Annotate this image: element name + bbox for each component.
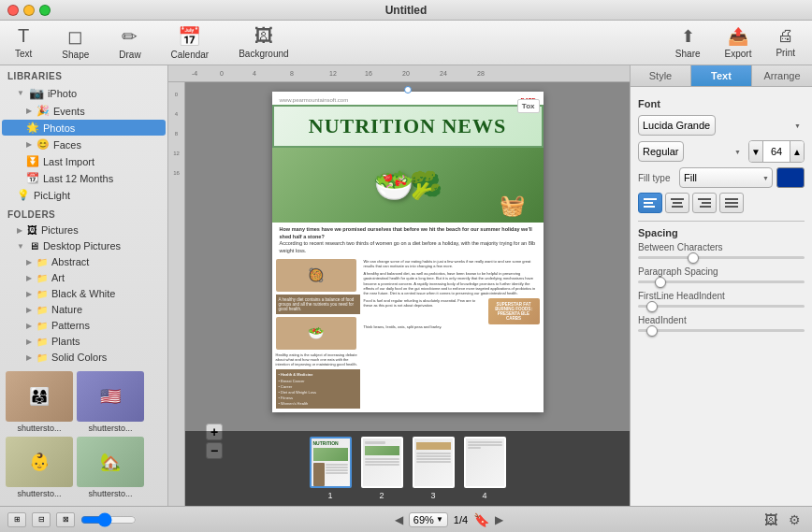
maximize-button[interactable] [39,5,51,16]
between-chars-thumb[interactable] [688,252,699,264]
firstline-headindent-slider[interactable] [638,305,805,308]
page-thumb-1[interactable]: NUTRITION [310,437,352,500]
paragraph-spacing-slider[interactable] [638,280,805,283]
background-label: Background [239,49,288,59]
photos-icon[interactable]: 🖼 [761,510,780,529]
shape-tool[interactable]: ◻ Shape [56,22,94,64]
between-chars-label: Between Characters [638,242,805,252]
fill-type-select[interactable]: Fill None [679,167,773,188]
text-tool[interactable]: T Text [9,22,37,64]
view-list-button[interactable]: ⊞ [7,512,26,527]
svg-rect-0 [644,198,657,200]
thumbnail-2[interactable]: 🇺🇸 shuttersto... [77,371,144,433]
fill-type-label: Fill type [638,173,675,183]
sidebar-item-abstract[interactable]: ▶ 📁 Abstract [2,254,166,269]
page-mini-doc-1: NUTRITION [312,439,350,486]
background-icon: 🖼 [254,25,273,47]
canvas-paper-area[interactable]: + − Tox www.pearmountainsoft.com DATE [185,82,630,506]
sidebar-item-label: PicLight [34,190,70,201]
divider [638,221,805,222]
sidebar-item-label: Faces [53,139,81,151]
between-chars-slider[interactable] [638,256,805,259]
status-left: ⊞ ⊟ ⊠ [7,512,137,527]
sidebar-item-solid-colors[interactable]: ▶ 📁 Solid Colors [2,350,166,365]
spacing-section: Spacing Between Characters Paragraph Spa… [638,227,805,332]
font-size-stepper[interactable]: ▼ ▲ [748,140,805,163]
sidebar-item-art[interactable]: ▶ 📁 Art [2,270,166,285]
sidebar-item-label: Solid Colors [51,352,107,363]
page-thumb-3[interactable]: 3 [413,437,455,500]
close-button[interactable] [7,5,19,16]
headindent-thumb[interactable] [646,325,658,337]
next-page-button[interactable]: ▶ [495,513,503,526]
doc-list-header: • Health & Medicine • Breast Cancer • Ca… [276,369,360,409]
view-grid-button[interactable]: ⊟ [32,512,51,527]
sidebar-item-desktop-pictures[interactable]: ▼ 🖥 Desktop Pictures [2,238,166,253]
paragraph-spacing-thumb[interactable] [655,277,666,288]
thumbnail-4[interactable]: 🏡 shuttersto... [77,437,144,498]
sidebar-item-label: Pictures [41,224,79,236]
doc-title-box: NUTRITION NEWS [272,105,544,148]
page-thumb-4[interactable]: 4 [464,437,506,500]
share-button[interactable]: ⬆ Share [668,22,708,63]
sidebar-item-iphoto[interactable]: ▼ 📷 iPhoto [2,84,166,102]
headindent-slider[interactable] [638,329,805,332]
draw-tool[interactable]: ✏ Draw [113,22,146,64]
page-mini-doc-4 [466,439,504,486]
font-size-input[interactable] [762,141,790,162]
align-right-button[interactable] [692,193,717,213]
svg-rect-6 [698,198,711,200]
minimize-button[interactable] [23,5,35,16]
triangle-icon: ▶ [26,306,32,314]
align-center-button[interactable] [665,193,689,213]
export-button[interactable]: 📤 Export [718,22,760,63]
doc-header: www.pearmountainsoft.com DATE [272,92,544,105]
sidebar-item-faces[interactable]: ▶ 😊 Faces [2,137,166,152]
calendar-tool[interactable]: 📅 Calendar [166,22,215,64]
sidebar-item-last-12-months[interactable]: 📆 Last 12 Months [2,170,166,186]
sidebar-item-piclight[interactable]: 💡 PicLight [2,187,166,203]
bookmark-icon[interactable]: 🔖 [473,512,489,527]
settings-icon[interactable]: ⚙ [786,510,805,529]
font-size-increment[interactable]: ▲ [790,141,804,162]
sidebar-item-black-white[interactable]: ▶ 📁 Black & White [2,286,166,301]
align-justify-button[interactable] [719,193,744,213]
tab-style[interactable]: Style [631,65,691,86]
zoom-display[interactable]: 69% ▼ [409,512,448,527]
page-mini-doc-3 [414,439,453,486]
firstline-headindent-label: FirstLine HeadIndent [638,291,805,301]
triangle-icon: ▶ [26,258,32,266]
doc-lower-text: Food is fuel and regular refueling is ab… [364,298,485,310]
page-total: 4 [462,514,468,525]
doc-body-text1: We can change some of our eating habits … [364,259,540,268]
page-thumb-2[interactable]: 2 [361,437,403,500]
prev-page-button[interactable]: ◀ [395,513,403,526]
view-detail-button[interactable]: ⊠ [56,512,75,527]
tab-text[interactable]: Text [691,65,752,86]
canvas-area: -4 0 4 8 12 16 20 24 28 0 4 8 12 16 + [168,65,630,506]
firstline-headindent-thumb[interactable] [646,301,658,312]
sidebar-item-patterns[interactable]: ▶ 📁 Patterns [2,318,166,333]
fill-color-swatch[interactable] [776,167,805,188]
sidebar-item-pictures[interactable]: ▶ 🖼 Pictures [2,223,166,237]
doc-food-image2: 🥗 [276,317,356,350]
svg-rect-7 [702,202,711,204]
font-size-decrement[interactable]: ▼ [749,141,762,162]
sidebar-item-photos[interactable]: 🌟 Photos [2,120,166,136]
sidebar-item-last-import[interactable]: ⏬ Last Import [2,153,166,169]
triangle-icon: ▶ [26,140,32,149]
tab-arrange[interactable]: Arrange [752,65,812,86]
status-right: 🖼 ⚙ [761,510,805,529]
align-left-button[interactable] [638,193,662,213]
size-slider[interactable] [80,513,137,526]
print-button[interactable]: 🖨 Print [768,22,803,63]
sidebar-item-events[interactable]: ▶ 🎉 Events [2,103,166,119]
print-label: Print [776,48,795,58]
sidebar-item-nature[interactable]: ▶ 📁 Nature [2,302,166,317]
thumbnail-3[interactable]: 👶 shuttersto... [6,437,73,498]
font-style-select[interactable]: Regular Bold Italic [638,141,684,162]
background-tool[interactable]: 🖼 Background [233,22,294,64]
sidebar-item-plants[interactable]: ▶ 📁 Plants [2,334,166,349]
font-family-select[interactable]: Lucida Grande [638,115,716,136]
thumbnail-1[interactable]: 👨‍👩‍👧 shuttersto... [6,371,73,433]
